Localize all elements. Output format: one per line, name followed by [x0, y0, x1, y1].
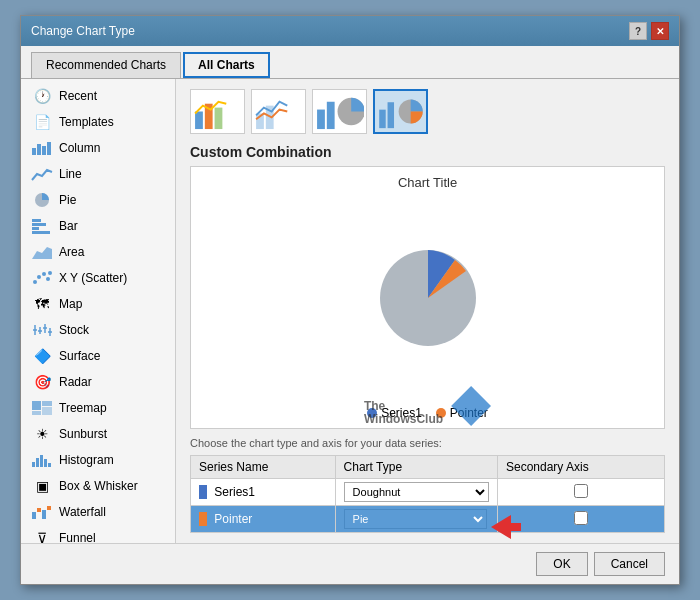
- svg-rect-2: [42, 146, 46, 155]
- pointer-color: [199, 512, 207, 526]
- treemap-icon: [31, 400, 53, 416]
- svg-point-13: [46, 277, 50, 281]
- chart-title: Chart Title: [398, 175, 457, 190]
- templates-icon: 📄: [31, 114, 53, 130]
- preview-chart: [363, 243, 493, 353]
- sidebar-label-recent: Recent: [59, 89, 97, 103]
- sidebar-item-stock[interactable]: Stock: [21, 317, 175, 343]
- pie-icon: [31, 192, 53, 208]
- svg-rect-39: [195, 112, 203, 130]
- sidebar-label-pie: Pie: [59, 193, 76, 207]
- section-title: Custom Combination: [190, 144, 665, 160]
- dialog-title: Change Chart Type: [31, 24, 135, 38]
- pointer-secondary-axis-cell: [498, 506, 665, 533]
- svg-rect-47: [379, 110, 385, 128]
- stock-icon: [31, 322, 53, 338]
- sidebar-label-waterfall: Waterfall: [59, 505, 106, 519]
- tab-all-charts[interactable]: All Charts: [183, 52, 270, 78]
- svg-rect-34: [42, 510, 46, 519]
- legend-dot-pointer: [436, 408, 446, 418]
- svg-rect-8: [32, 231, 50, 234]
- sidebar-label-boxwhisker: Box & Whisker: [59, 479, 138, 493]
- pointer-secondary-axis-checkbox[interactable]: [574, 511, 588, 525]
- series1-color: [199, 485, 207, 499]
- svg-rect-35: [47, 506, 51, 510]
- series1-secondary-axis-checkbox[interactable]: [574, 484, 588, 498]
- svg-rect-1: [37, 144, 41, 155]
- svg-rect-28: [36, 458, 39, 467]
- sidebar-item-funnel[interactable]: ⊽ Funnel: [21, 525, 175, 543]
- pointer-name-cell: Pointer: [191, 506, 336, 533]
- scatter-icon: [31, 270, 53, 286]
- chart-thumb-1[interactable]: [190, 89, 245, 134]
- sidebar-item-pie[interactable]: Pie: [21, 187, 175, 213]
- svg-rect-44: [317, 110, 325, 130]
- series1-charttype-dropdown[interactable]: Doughnut Pie Bar Column Line: [344, 482, 489, 502]
- svg-rect-48: [388, 102, 394, 128]
- sidebar-item-treemap[interactable]: Treemap: [21, 395, 175, 421]
- chart-thumb-3[interactable]: [312, 89, 367, 134]
- main-panel: Custom Combination Chart Title: [176, 79, 679, 543]
- sidebar-item-line[interactable]: Line: [21, 161, 175, 187]
- sidebar-label-radar: Radar: [59, 375, 92, 389]
- line-icon: [31, 166, 53, 182]
- svg-rect-0: [32, 148, 36, 155]
- svg-rect-26: [32, 411, 41, 415]
- svg-rect-25: [42, 407, 52, 415]
- svg-rect-33: [37, 508, 41, 512]
- series1-name-cell: Series1: [191, 479, 336, 506]
- help-button[interactable]: ?: [629, 22, 647, 40]
- sidebar-item-recent[interactable]: 🕐 Recent: [21, 83, 175, 109]
- sidebar-item-surface[interactable]: 🔷 Surface: [21, 343, 175, 369]
- pointer-charttype-dropdown[interactable]: Pie Doughnut Bar Column Line: [344, 509, 487, 529]
- series-instruction-label: Choose the chart type and axis for your …: [190, 437, 665, 449]
- sidebar-item-area[interactable]: Area: [21, 239, 175, 265]
- sidebar-item-templates[interactable]: 📄 Templates: [21, 109, 175, 135]
- svg-point-10: [33, 280, 37, 284]
- sidebar-label-column: Column: [59, 141, 100, 155]
- boxwhisker-icon: ▣: [31, 478, 53, 494]
- chart-legend: Series1 Pointer: [367, 406, 488, 420]
- legend-item-series1: Series1: [367, 406, 422, 420]
- waterfall-icon: [31, 504, 53, 520]
- svg-point-11: [37, 275, 41, 279]
- cancel-button[interactable]: Cancel: [594, 552, 665, 576]
- svg-point-14: [48, 271, 52, 275]
- sidebar-label-templates: Templates: [59, 115, 114, 129]
- svg-rect-32: [32, 512, 36, 519]
- sidebar-label-sunburst: Sunburst: [59, 427, 107, 441]
- series1-dropdown-container: Doughnut Pie Bar Column Line: [344, 482, 489, 502]
- column-icon: [31, 140, 53, 156]
- recent-icon: 🕐: [31, 88, 53, 104]
- sidebar-item-waterfall[interactable]: Waterfall: [21, 499, 175, 525]
- series1-secondary-axis-cell: [498, 479, 665, 506]
- sidebar-label-stock: Stock: [59, 323, 89, 337]
- sidebar-item-column[interactable]: Column: [21, 135, 175, 161]
- title-bar-controls: ? ✕: [629, 22, 669, 40]
- sidebar-item-map[interactable]: 🗺 Map: [21, 291, 175, 317]
- tab-recommended[interactable]: Recommended Charts: [31, 52, 181, 78]
- chart-thumb-2[interactable]: [251, 89, 306, 134]
- sidebar-item-sunburst[interactable]: ☀ Sunburst: [21, 421, 175, 447]
- bar-icon: [31, 218, 53, 234]
- title-bar: Change Chart Type ? ✕: [21, 16, 679, 46]
- pointer-dropdown-container: Pie Doughnut Bar Column Line: [344, 509, 489, 529]
- sidebar-item-scatter[interactable]: X Y (Scatter): [21, 265, 175, 291]
- radar-icon: 🎯: [31, 374, 53, 390]
- sidebar-item-histogram[interactable]: Histogram: [21, 447, 175, 473]
- svg-rect-3: [47, 142, 51, 155]
- sidebar-label-scatter: X Y (Scatter): [59, 271, 127, 285]
- series-table: Series Name Chart Type Secondary Axis Se…: [190, 455, 665, 533]
- sidebar-item-boxwhisker[interactable]: ▣ Box & Whisker: [21, 473, 175, 499]
- sidebar-label-area: Area: [59, 245, 84, 259]
- close-button[interactable]: ✕: [651, 22, 669, 40]
- ok-button[interactable]: OK: [536, 552, 587, 576]
- svg-rect-27: [32, 462, 35, 467]
- sidebar-item-bar[interactable]: Bar: [21, 213, 175, 239]
- svg-rect-5: [32, 219, 41, 222]
- chart-thumb-4[interactable]: [373, 89, 428, 134]
- change-chart-type-dialog: Change Chart Type ? ✕ Recommended Charts…: [20, 15, 680, 585]
- sidebar-item-radar[interactable]: 🎯 Radar: [21, 369, 175, 395]
- sidebar-label-map: Map: [59, 297, 82, 311]
- pointer-charttype-cell: Pie Doughnut Bar Column Line: [335, 506, 497, 533]
